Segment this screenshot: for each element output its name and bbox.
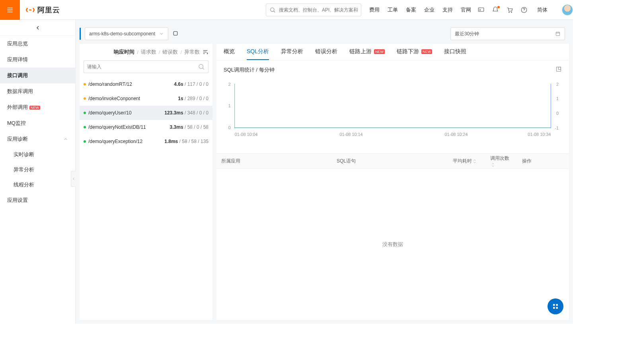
svg-rect-22 <box>558 67 561 70</box>
tab-概览[interactable]: 概览 <box>224 48 235 56</box>
chart-title: SQL调用统计 / 每分钟 <box>224 66 275 74</box>
local-search <box>84 60 208 73</box>
api-path: /demo/queryUser/10 <box>88 110 164 116</box>
svg-text:01-08 10:14: 01-08 10:14 <box>340 132 363 137</box>
api-metrics: 3.3ms / 58 / 0 / 58 <box>170 124 208 130</box>
tab-接口快照[interactable]: 接口快照 <box>444 48 466 56</box>
avatar[interactable] <box>562 4 573 15</box>
logo-text: 阿里云 <box>37 5 60 15</box>
menu-button[interactable] <box>0 0 20 20</box>
help-icon[interactable] <box>520 6 528 14</box>
status-dot <box>84 112 86 114</box>
th-sql[interactable]: SQL语句 <box>332 158 448 165</box>
tab-链路上游[interactable]: 链路上游NEW <box>349 48 385 56</box>
sidebar-item-settings[interactable]: 应用设置 <box>0 192 75 208</box>
th-app[interactable]: 所属应用 <box>216 158 332 165</box>
console-icon[interactable] <box>477 6 485 14</box>
chart-svg: 2 1 0 2 1 0 -1 01-08 10:0 <box>224 77 562 149</box>
filterbar: arms-k8s-demo-subcomponent 最近30分钟 <box>76 24 573 44</box>
top-icons: 简体 <box>477 4 573 15</box>
right-panel: 概览SQL分析异常分析错误分析链路上游NEW链路下游NEW接口快照 SQL调用统… <box>216 44 569 320</box>
scope-icon[interactable] <box>172 30 179 38</box>
link-beian[interactable]: 备案 <box>406 6 416 14</box>
sort-bar: 响应时间 / 请求数 / 错误数 / 异常数 <box>80 44 212 60</box>
api-list: /demo/randomRT/12 4.6s / 117 / 0 / 0 /de… <box>80 77 212 320</box>
api-metrics: 123.3ms / 348 / 0 / 0 <box>164 110 208 116</box>
time-select[interactable]: 最近30分钟 <box>450 27 565 40</box>
tab-错误分析[interactable]: 错误分析 <box>315 48 337 56</box>
sidebar: 应用总览 应用详情 接口调用 数据库调用 外部调用NEW MQ监控 应用诊断 实… <box>0 20 76 324</box>
api-metrics: 4.6s / 117 / 0 / 0 <box>174 81 208 87</box>
sidebar-back[interactable] <box>0 20 75 36</box>
svg-text:-1: -1 <box>555 126 559 130</box>
svg-text:0: 0 <box>556 111 559 116</box>
svg-rect-37 <box>553 304 555 306</box>
sidebar-item-overview[interactable]: 应用总览 <box>0 36 75 52</box>
th-action: 操作 <box>517 158 569 165</box>
svg-point-4 <box>271 8 274 11</box>
sort-opt-rt[interactable]: 响应时间 <box>114 48 134 56</box>
sort-opt-exc[interactable]: 异常数 <box>184 48 200 56</box>
status-dot <box>84 126 86 128</box>
link-site[interactable]: 官网 <box>461 6 471 14</box>
chart-area: SQL调用统计 / 每分钟 2 1 0 2 1 0 -1 <box>216 60 569 154</box>
list-item[interactable]: /demo/invokeConponent 1s / 289 / 0 / 0 <box>80 91 212 106</box>
list-item[interactable]: /demo/queryException/12 1.8ms / 58 / 58 … <box>80 134 212 149</box>
svg-text:2: 2 <box>556 82 559 87</box>
list-item[interactable]: /demo/queryUser/10 123.3ms / 348 / 0 / 0 <box>80 106 212 120</box>
sidebar-sub-realtime[interactable]: 实时诊断 <box>0 147 75 162</box>
sidebar-collapse[interactable] <box>71 171 76 187</box>
list-item[interactable]: /demo/randomRT/12 4.6s / 117 / 0 / 0 <box>80 77 212 91</box>
app-select[interactable]: arms-k8s-demo-subcomponent <box>85 27 168 40</box>
tab-链路下游[interactable]: 链路下游NEW <box>397 48 432 56</box>
api-metrics: 1s / 289 / 0 / 0 <box>178 96 208 101</box>
sidebar-item-mq[interactable]: MQ监控 <box>0 115 75 131</box>
list-item[interactable]: /demo/queryNotExistDB/11 3.3ms / 58 / 0 … <box>80 120 212 134</box>
sidebar-sub-thread[interactable]: 线程分析 <box>0 177 75 192</box>
tab-SQL分析[interactable]: SQL分析 <box>247 48 269 56</box>
sort-icon[interactable] <box>202 49 208 55</box>
sidebar-item-detail[interactable]: 应用详情 <box>0 52 75 68</box>
svg-rect-21 <box>557 67 561 72</box>
th-count[interactable]: 调用次数 <box>485 155 517 167</box>
api-metrics: 1.8ms / 58 / 58 / 135 <box>164 139 208 144</box>
link-support[interactable]: 支持 <box>442 6 453 14</box>
tab-异常分析[interactable]: 异常分析 <box>281 48 303 56</box>
link-fee[interactable]: 费用 <box>369 6 380 14</box>
svg-text:1: 1 <box>556 96 559 101</box>
local-search-input[interactable] <box>87 64 198 70</box>
search-icon[interactable] <box>198 63 205 70</box>
svg-text:01-08 10:34: 01-08 10:34 <box>528 132 551 137</box>
table-head: 所属应用 SQL语句 平均耗时 调用次数 操作 <box>216 154 569 169</box>
svg-rect-40 <box>556 307 558 309</box>
status-dot <box>84 97 86 100</box>
lang-switch[interactable]: 简体 <box>537 6 548 14</box>
svg-rect-6 <box>478 8 484 11</box>
sidebar-item-api[interactable]: 接口调用 <box>0 68 75 83</box>
svg-text:0: 0 <box>228 125 231 130</box>
sidebar-item-db[interactable]: 数据库调用 <box>0 83 75 99</box>
sort-opt-err[interactable]: 错误数 <box>162 48 178 56</box>
left-panel: 响应时间 / 请求数 / 错误数 / 异常数 /demo/randomRT/12 <box>80 44 212 320</box>
cart-icon[interactable] <box>506 6 513 14</box>
topbar: 阿里云 费用 工单 备案 企业 支持 官网 简体 <box>0 0 573 20</box>
global-search[interactable] <box>266 4 361 16</box>
sidebar-item-external[interactable]: 外部调用NEW <box>0 99 75 115</box>
svg-point-19 <box>199 64 203 69</box>
logo[interactable]: 阿里云 <box>25 5 60 15</box>
new-badge: NEW <box>29 106 40 110</box>
chart-expand[interactable] <box>555 66 562 74</box>
link-ticket[interactable]: 工单 <box>388 6 398 14</box>
global-search-input[interactable] <box>279 7 358 13</box>
svg-line-5 <box>274 11 275 12</box>
bell-icon[interactable] <box>492 6 499 14</box>
svg-rect-38 <box>556 304 558 306</box>
sidebar-item-diag[interactable]: 应用诊断 <box>0 131 75 147</box>
sort-opt-req[interactable]: 请求数 <box>141 48 156 56</box>
link-enterprise[interactable]: 企业 <box>424 6 435 14</box>
sidebar-sub-exception[interactable]: 异常分析 <box>0 162 75 177</box>
svg-point-8 <box>511 12 512 13</box>
float-apps-button[interactable] <box>548 298 563 314</box>
svg-rect-12 <box>556 32 559 36</box>
th-avgtime[interactable]: 平均耗时 <box>448 158 485 165</box>
